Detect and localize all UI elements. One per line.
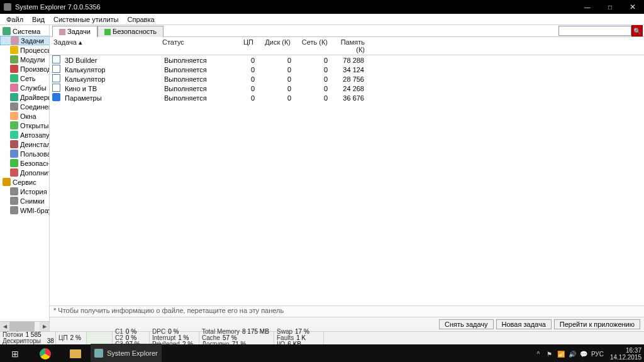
sidebar-item[interactable]: Службы <box>0 83 50 92</box>
tree-icon <box>10 46 18 54</box>
cell: Выполняется <box>160 75 222 83</box>
tree-label: Соединения <box>20 103 50 111</box>
start-button[interactable]: ⊞ <box>0 344 30 362</box>
tree-icon <box>10 55 18 63</box>
tree-icon <box>10 159 18 167</box>
cell: 0 <box>258 57 295 64</box>
sidebar-item[interactable]: Задачи <box>0 36 50 45</box>
tree-label: Окна <box>20 112 36 120</box>
sidebar-item[interactable]: Безопасность <box>0 158 50 168</box>
table-row[interactable]: Кино и ТВВыполняется00024 268 <box>50 84 644 93</box>
table-row[interactable]: КалькуляторВыполняется00034 124 <box>50 65 644 74</box>
sidebar-item[interactable]: Деинсталляторы <box>0 140 50 149</box>
window-title: System Explorer 7.0.0.5356 <box>15 3 576 11</box>
tree-root[interactable]: Система <box>0 26 50 36</box>
cell: 0 <box>258 66 295 74</box>
column-header[interactable]: Задача ▴ <box>50 37 158 55</box>
process-icon <box>52 74 60 82</box>
tree-svc[interactable]: Сервис <box>0 177 50 187</box>
tree-icon <box>10 140 18 148</box>
sidebar-item[interactable]: Процессы <box>0 45 50 55</box>
menu-item[interactable]: Файл <box>3 15 27 24</box>
tree-label: Драйверы <box>20 94 50 101</box>
sidebar-item[interactable]: Дополнительно <box>0 168 50 177</box>
tray-up-icon[interactable]: ^ <box>535 350 542 358</box>
cell: 0 <box>222 57 258 64</box>
sidebar-item[interactable]: Пользователи <box>0 149 50 158</box>
scroll-right-icon[interactable]: ▶ <box>40 322 49 331</box>
menu-item[interactable]: Справка <box>123 15 158 24</box>
chrome-icon[interactable] <box>30 344 60 362</box>
tree-icon <box>11 36 19 45</box>
status-col: Total Memory8 175 MBCache57 %Доступно71 … <box>199 332 274 344</box>
task-grid: Задача ▴СтатусЦПДиск (К)Сеть (К)Память (… <box>50 37 644 305</box>
folder-icon[interactable] <box>60 344 91 362</box>
minimize-button[interactable]: — <box>576 0 599 14</box>
tab-icon <box>104 29 111 35</box>
tree-icon <box>10 121 18 129</box>
column-header[interactable]: Память (К) <box>332 37 369 55</box>
tab[interactable]: Задачи <box>52 26 97 37</box>
process-icon <box>52 65 60 73</box>
sidebar-item[interactable]: Автозапуск <box>0 130 50 140</box>
tray-volume-icon[interactable]: 🔊 <box>569 350 576 358</box>
cell: 0 <box>222 66 258 74</box>
column-header[interactable]: Сеть (К) <box>295 37 332 55</box>
sidebar-item[interactable]: История <box>0 187 50 196</box>
sidebar-scrollbar[interactable]: ◀ ▶ <box>0 321 49 331</box>
tree-label: Сеть <box>20 75 35 82</box>
tree-label: Безопасность <box>20 160 50 167</box>
cell: 28 756 <box>331 75 368 83</box>
search-button[interactable]: 🔍 <box>631 25 643 36</box>
search-input[interactable] <box>558 26 631 36</box>
tab[interactable]: Безопасность <box>97 26 164 37</box>
tray-clock[interactable]: 16:37 14.12.2015 <box>610 347 641 361</box>
cell: 0 <box>258 94 295 102</box>
sidebar-item[interactable]: Соединения <box>0 102 50 111</box>
cell: 34 124 <box>331 66 368 74</box>
sidebar-item[interactable]: WMI-браузер <box>0 206 50 215</box>
cell: Калькулятор <box>61 66 160 74</box>
sidebar-item[interactable]: Драйверы <box>0 92 50 102</box>
goto-app-button[interactable]: Перейти к приложению <box>554 319 640 329</box>
tree-label: Автозапуск <box>20 131 50 139</box>
taskbar-app-label: System Explorer <box>107 349 158 357</box>
end-task-button[interactable]: Снять задачу <box>439 319 494 329</box>
sidebar-item[interactable]: Сеть <box>0 74 50 83</box>
sidebar-item[interactable]: Окна <box>0 111 50 121</box>
column-header[interactable]: Диск (К) <box>258 37 295 55</box>
scroll-left-icon[interactable]: ◀ <box>0 322 9 331</box>
taskbar-app-active[interactable]: System Explorer <box>91 344 162 362</box>
menu-item[interactable]: Вид <box>28 15 48 24</box>
table-row[interactable]: КалькуляторВыполняется00028 756 <box>50 74 644 84</box>
cell: 0 <box>222 75 258 83</box>
sidebar-item[interactable]: Производительность <box>0 64 50 74</box>
sidebar-item[interactable]: Модули <box>0 55 50 64</box>
grid-header[interactable]: Задача ▴СтатусЦПДиск (К)Сеть (К)Память (… <box>50 37 644 55</box>
column-header[interactable]: Статус <box>158 37 221 55</box>
tree-label: Производительность <box>20 65 50 73</box>
cell: 24 268 <box>331 85 368 92</box>
tree-label: Открытые файлы <box>20 122 50 129</box>
tray-network-icon[interactable]: 📶 <box>557 350 565 358</box>
tree-label: Снимки <box>20 197 45 205</box>
cell: 0 <box>258 75 295 83</box>
tray-lang[interactable]: РУС <box>591 351 604 358</box>
new-task-button[interactable]: Новая задача <box>496 319 552 329</box>
column-header[interactable]: ЦП <box>221 37 258 55</box>
sidebar-item[interactable]: Открытые файлы <box>0 121 50 130</box>
tray-flag-icon[interactable]: ⚑ <box>546 350 553 358</box>
tree-icon <box>10 187 18 195</box>
sidebar-item[interactable]: Снимки <box>0 196 50 206</box>
table-row[interactable]: 3D BuilderВыполняется00078 288 <box>50 55 644 65</box>
cpu-graph <box>87 332 113 344</box>
tab-label: Безопасность <box>113 28 157 35</box>
menu-item[interactable]: Системные утилиты <box>50 15 123 24</box>
maximize-button[interactable]: □ <box>599 0 621 14</box>
tree-icon <box>10 74 18 82</box>
sidebar: СистемаЗадачиПроцессыМодулиПроизводитель… <box>0 25 50 331</box>
tray-action-icon[interactable]: 💬 <box>580 350 587 358</box>
scroll-thumb[interactable] <box>9 322 35 331</box>
close-button[interactable]: ✕ <box>621 0 644 14</box>
table-row[interactable]: ПараметрыВыполняется00036 676 <box>50 93 644 102</box>
